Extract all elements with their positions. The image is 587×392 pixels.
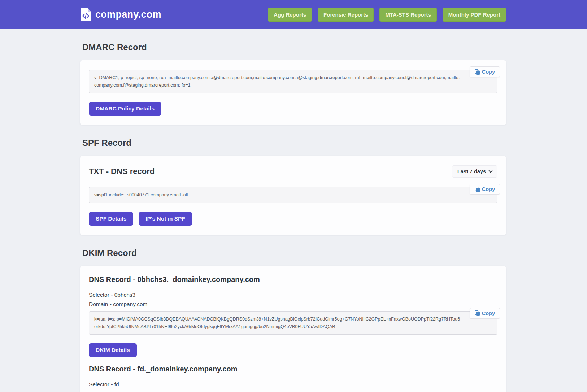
brand-name: company.com	[95, 9, 161, 20]
dmarc-policy-details-button[interactable]: DMARC Policy Details	[89, 102, 161, 116]
spf-card-title: TXT - DNS record	[89, 167, 155, 176]
dmarc-copy-label: Copy	[482, 69, 495, 75]
copy-icon	[475, 310, 480, 316]
spf-section-heading: SPF Record	[82, 138, 504, 148]
chevron-down-icon	[488, 169, 492, 173]
dkim-section-heading: DKIM Record	[82, 248, 504, 258]
forensic-reports-button[interactable]: Forensic Reports	[318, 8, 374, 22]
dkim-domain-label: Domain - company.com	[89, 301, 497, 308]
dkim-record-value: k=rsa; t=s; p=MIGfMA0GCSqGSIb3DQEBAQUAA4…	[94, 315, 461, 330]
document-code-icon	[80, 8, 91, 21]
dkim-dns-record-title: DNS Record - fd._domainkey.company.com	[89, 365, 497, 373]
spf-card: TXT - DNS record Last 7 days v=spf1 incl…	[80, 156, 506, 235]
dkim-details-button[interactable]: DKIM Details	[89, 343, 137, 357]
top-navigation-bar: company.com Agg Reports Forensic Reports…	[0, 0, 587, 29]
dmarc-record-value: v=DMARC1; p=reject; sp=none; rua=mailto:…	[94, 74, 461, 89]
spf-copy-button[interactable]: Copy	[470, 184, 500, 195]
dkim-record-box: k=rsa; t=s; p=MIGfMA0GCSqGSIb3DQEBAQUAA4…	[89, 311, 497, 335]
dkim-selector-label: Selector - 0bhchs3	[89, 292, 497, 298]
dkim-record-entry: DNS Record - 0bhchs3._domainkey.company.…	[89, 275, 497, 365]
ips-not-in-spf-button[interactable]: IP's Not in SPF	[139, 212, 192, 226]
dmarc-copy-button[interactable]: Copy	[470, 66, 500, 77]
spf-copy-label: Copy	[482, 186, 495, 192]
copy-icon	[475, 187, 480, 192]
dkim-record-entry: DNS Record - fd._domainkey.company.com S…	[89, 365, 497, 392]
main-content: DMARC Record v=DMARC1; p=reject; sp=none…	[80, 42, 506, 392]
top-nav-buttons: Agg Reports Forensic Reports MTA-STS Rep…	[268, 8, 506, 22]
dkim-dns-record-title: DNS Record - 0bhchs3._domainkey.company.…	[89, 275, 497, 284]
dkim-selector-label: Selector - fd	[89, 381, 497, 388]
dmarc-section-heading: DMARC Record	[82, 42, 504, 52]
dmarc-card: v=DMARC1; p=reject; sp=none; rua=mailto:…	[80, 60, 506, 125]
monthly-pdf-report-button[interactable]: Monthly PDF Report	[443, 8, 506, 22]
date-range-selected-value: Last 7 days	[457, 169, 486, 174]
dkim-domain-label: Domain - company.com	[89, 391, 497, 392]
copy-icon	[475, 69, 480, 75]
agg-reports-button[interactable]: Agg Reports	[268, 8, 312, 22]
spf-record-box: v=spf1 include:_s00040771.company.email …	[89, 187, 497, 203]
dkim-copy-button[interactable]: Copy	[470, 308, 500, 319]
date-range-select[interactable]: Last 7 days	[452, 165, 497, 178]
dkim-copy-label: Copy	[482, 310, 495, 316]
brand-logo[interactable]: company.com	[80, 8, 161, 21]
spf-details-button[interactable]: SPF Details	[89, 212, 133, 226]
spf-record-value: v=spf1 include:_s00040771.company.email …	[94, 191, 461, 199]
dkim-card: DNS Record - 0bhchs3._domainkey.company.…	[80, 266, 506, 392]
dmarc-record-box: v=DMARC1; p=reject; sp=none; rua=mailto:…	[89, 70, 497, 93]
mta-sts-reports-button[interactable]: MTA-STS Reports	[379, 8, 436, 22]
